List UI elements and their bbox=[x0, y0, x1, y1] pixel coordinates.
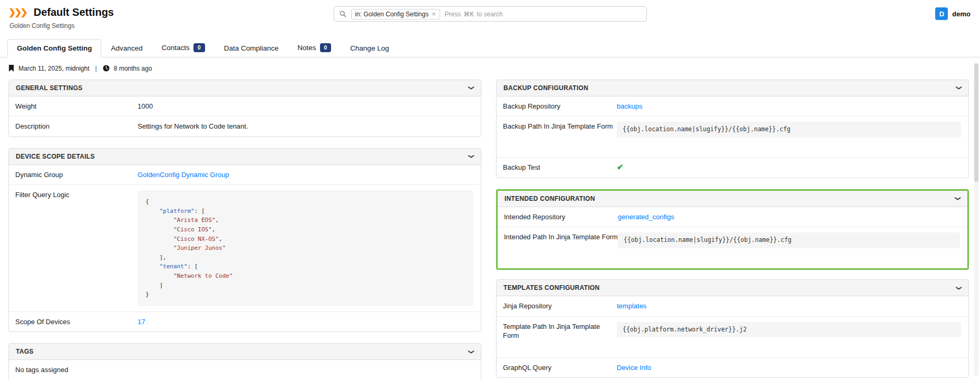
description-value: Settings for Network to Code tenant. bbox=[137, 116, 481, 137]
notes-count-badge: 0 bbox=[320, 43, 332, 52]
row-label: Dynamic Group bbox=[9, 165, 137, 185]
scrollbar[interactable] bbox=[974, 63, 978, 376]
chevron-down-icon[interactable]: ❯ bbox=[468, 85, 475, 90]
backup-repository-link[interactable]: backups bbox=[617, 102, 642, 110]
bookmark-icon bbox=[8, 65, 14, 72]
record-meta: March 11, 2025, midnight | 8 months ago bbox=[0, 57, 980, 79]
last-updated: 8 months ago bbox=[114, 65, 152, 72]
row-label: Weight bbox=[9, 96, 137, 116]
tab-advanced[interactable]: Advanced bbox=[101, 39, 152, 57]
panel-title: GENERAL SETTINGS bbox=[16, 84, 83, 92]
backup-path-code: {{obj.location.name|slugify}}/{{obj.name… bbox=[617, 122, 961, 138]
tags-empty-row: No tags assigned bbox=[9, 360, 481, 380]
tags-panel: TAGS ❯ No tags assigned bbox=[8, 343, 481, 380]
meta-separator: | bbox=[95, 65, 97, 72]
chevron-down-icon[interactable]: ❯ bbox=[956, 286, 963, 290]
username: demo bbox=[952, 10, 971, 18]
intended-repository-link[interactable]: generated_configs bbox=[618, 213, 674, 221]
search-icon bbox=[339, 11, 346, 17]
tab-change-log[interactable]: Change Log bbox=[341, 39, 399, 57]
chevron-down-icon[interactable]: ❯ bbox=[468, 349, 475, 354]
tab-bar: Golden Config Setting Advanced Contacts … bbox=[0, 38, 980, 57]
tab-notes-label: Notes bbox=[297, 44, 316, 52]
device-scope-panel: DEVICE SCOPE DETAILS ❯ Dynamic Group Gol… bbox=[8, 148, 481, 333]
global-search-input[interactable]: in: Golden Config Settings × Press ⌘K to… bbox=[334, 6, 647, 22]
template-path-code: {{obj.platform.network_driver}}.j2 bbox=[617, 322, 961, 338]
tab-contacts-label: Contacts bbox=[162, 44, 190, 52]
jinja-repository-link[interactable]: templates bbox=[617, 302, 646, 310]
backup-repository-row: Backup Repository backups bbox=[497, 96, 968, 117]
templates-configuration-panel: TEMPLATES CONFIGURATION ❯ Jinja Reposito… bbox=[496, 279, 969, 378]
graphql-query-link[interactable]: Device Info bbox=[617, 364, 651, 372]
template-path-row: Template Path In Jinja Template Form {{o… bbox=[497, 317, 968, 358]
tab-contacts[interactable]: Contacts 0 bbox=[152, 38, 215, 57]
panel-title: TEMPLATES CONFIGURATION bbox=[503, 284, 599, 291]
backup-configuration-header[interactable]: BACKUP CONFIGURATION ❯ bbox=[497, 80, 968, 96]
intended-path-row: Intended Path In Jinja Template Form {{o… bbox=[498, 227, 967, 268]
row-label: Intended Path In Jinja Template Form bbox=[498, 227, 618, 247]
row-label: Backup Path In Jinja Template Form bbox=[497, 116, 617, 137]
avatar: D bbox=[935, 7, 948, 20]
panel-title: DEVICE SCOPE DETAILS bbox=[16, 153, 95, 160]
backup-configuration-panel: BACKUP CONFIGURATION ❯ Backup Repository… bbox=[496, 80, 969, 178]
row-label: Backup Repository bbox=[497, 96, 617, 116]
row-label: Description bbox=[9, 116, 137, 137]
dynamic-group-link[interactable]: GoldenConfig Dynamic Group bbox=[138, 171, 229, 179]
page-title: Default Settings bbox=[34, 6, 114, 18]
filter-query-code: { "platform": [ "Arista EOS", "Cisco IOS… bbox=[138, 190, 473, 306]
device-scope-header[interactable]: DEVICE SCOPE DETAILS ❯ bbox=[9, 149, 481, 165]
left-column: GENERAL SETTINGS ❯ Weight 1000 Descripti… bbox=[8, 80, 481, 380]
search-hint: Press ⌘K to search bbox=[445, 11, 503, 18]
graphql-query-row: GraphQL Query Device Info bbox=[497, 358, 968, 378]
row-label: Scope Of Devices bbox=[9, 312, 137, 332]
panel-title: BACKUP CONFIGURATION bbox=[503, 84, 588, 92]
top-bar: ❯❯❯ Default Settings Golden Config Setti… bbox=[0, 0, 980, 35]
scope-of-devices-row: Scope Of Devices 17 bbox=[9, 312, 481, 332]
nautobot-logo-icon[interactable]: ❯❯❯ bbox=[8, 7, 28, 18]
clock-icon bbox=[103, 65, 110, 72]
row-label: Filter Query Logic bbox=[9, 185, 137, 205]
tab-data-compliance[interactable]: Data Compliance bbox=[215, 39, 288, 57]
jinja-repository-row: Jinja Repository templates bbox=[497, 296, 968, 317]
weight-row: Weight 1000 bbox=[9, 96, 481, 117]
chevron-down-icon[interactable]: ❯ bbox=[956, 85, 963, 90]
backup-path-row: Backup Path In Jinja Template Form {{obj… bbox=[497, 116, 968, 158]
templates-configuration-header[interactable]: TEMPLATES CONFIGURATION ❯ bbox=[497, 280, 968, 296]
scrollbar-thumb[interactable] bbox=[974, 63, 978, 182]
search-scope-label: in: Golden Config Settings bbox=[355, 11, 429, 18]
intended-repository-row: Intended Repository generated_configs bbox=[498, 207, 967, 228]
panel-title: TAGS bbox=[16, 348, 34, 355]
contacts-count-badge: 0 bbox=[193, 43, 205, 52]
scope-of-devices-link[interactable]: 17 bbox=[138, 318, 145, 326]
tab-golden-config-setting[interactable]: Golden Config Setting bbox=[7, 39, 101, 57]
tags-header[interactable]: TAGS ❯ bbox=[9, 344, 481, 360]
backup-test-success-icon: ✔ bbox=[617, 162, 624, 171]
chip-remove-icon[interactable]: × bbox=[432, 11, 436, 17]
tab-notes[interactable]: Notes 0 bbox=[288, 38, 341, 57]
row-label: Template Path In Jinja Template Form bbox=[497, 317, 617, 346]
general-settings-header[interactable]: GENERAL SETTINGS ❯ bbox=[9, 80, 481, 96]
content: GENERAL SETTINGS ❯ Weight 1000 Descripti… bbox=[0, 79, 980, 380]
backup-test-row: Backup Test ✔ bbox=[497, 158, 968, 178]
user-menu[interactable]: D demo bbox=[935, 7, 971, 20]
breadcrumb[interactable]: Golden Config Settings bbox=[9, 22, 972, 30]
command-k-kbd: ⌘K bbox=[463, 11, 474, 18]
search-hint-prefix: Press bbox=[445, 11, 461, 18]
chevron-down-icon[interactable]: ❯ bbox=[468, 154, 475, 159]
search-hint-suffix: to search bbox=[477, 11, 502, 18]
chevron-down-icon[interactable]: ❯ bbox=[955, 196, 962, 201]
page: ❯❯❯ Default Settings Golden Config Setti… bbox=[0, 0, 980, 380]
right-column: BACKUP CONFIGURATION ❯ Backup Repository… bbox=[496, 80, 969, 380]
row-label: Jinja Repository bbox=[497, 296, 617, 316]
row-label: GraphQL Query bbox=[497, 358, 617, 378]
tags-empty-text: No tags assigned bbox=[9, 360, 74, 380]
filter-query-row: Filter Query Logic { "platform": [ "Aris… bbox=[9, 185, 481, 312]
weight-value: 1000 bbox=[137, 96, 481, 116]
intended-configuration-header[interactable]: INTENDED CONFIGURATION ❯ bbox=[498, 191, 967, 207]
general-settings-panel: GENERAL SETTINGS ❯ Weight 1000 Descripti… bbox=[8, 80, 481, 137]
row-label: Intended Repository bbox=[498, 207, 618, 227]
created-date: March 11, 2025, midnight bbox=[18, 65, 90, 72]
row-label: Backup Test bbox=[497, 158, 617, 178]
search-scope-chip[interactable]: in: Golden Config Settings × bbox=[351, 9, 440, 20]
intended-configuration-panel: INTENDED CONFIGURATION ❯ Intended Reposi… bbox=[496, 189, 969, 270]
